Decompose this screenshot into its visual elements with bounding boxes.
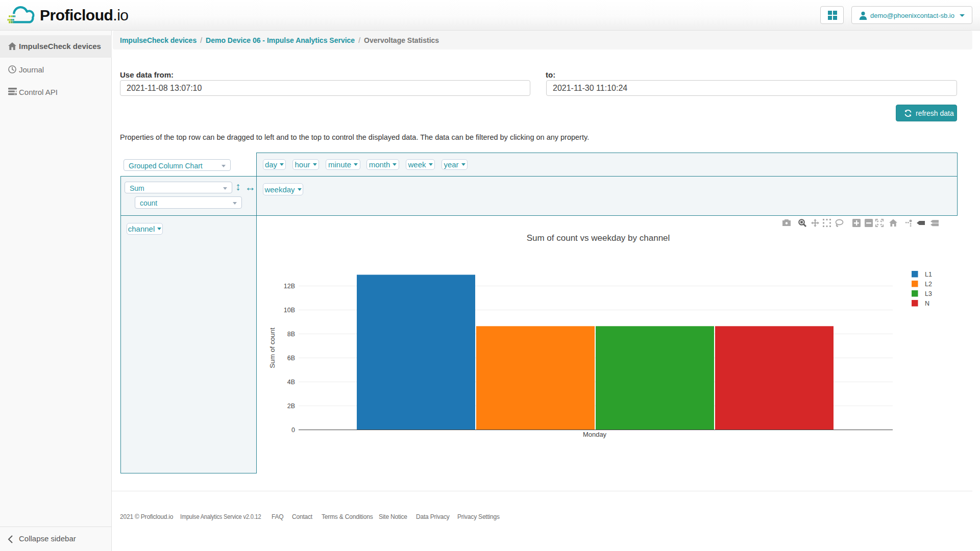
svg-text:Sum of count: Sum of count — [268, 328, 276, 368]
svg-text:L2: L2 — [925, 281, 932, 288]
svg-text:Monday: Monday — [583, 431, 607, 438]
svg-text:8B: 8B — [287, 331, 295, 338]
svg-text:Sum of count vs weekday by cha: Sum of count vs weekday by channel — [527, 233, 670, 243]
svg-text:6B: 6B — [287, 355, 295, 362]
svg-text:L1: L1 — [925, 271, 932, 278]
svg-text:4B: 4B — [287, 379, 295, 386]
svg-text:N: N — [925, 300, 929, 307]
svg-text:2B: 2B — [287, 403, 295, 410]
svg-text:10B: 10B — [284, 307, 295, 314]
svg-text:12B: 12B — [284, 283, 295, 290]
svg-text:L3: L3 — [925, 290, 932, 297]
svg-text:0: 0 — [291, 427, 295, 434]
